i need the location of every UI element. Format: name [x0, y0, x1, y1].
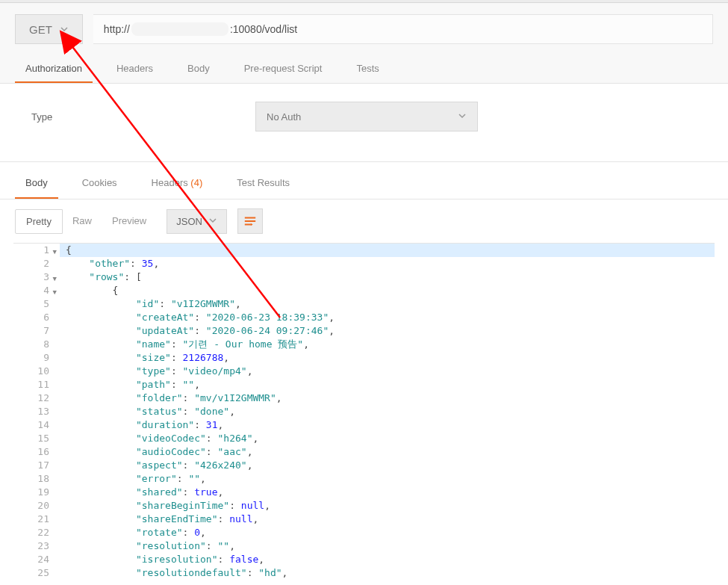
chevron-down-icon	[208, 216, 217, 227]
url-redacted	[131, 22, 228, 36]
auth-type-dropdown[interactable]: No Auth	[255, 102, 478, 131]
line-number: 7	[13, 324, 49, 338]
line-number: 5	[13, 297, 49, 311]
request-tabs: AuthorizationHeadersBodyPre-request Scri…	[0, 55, 728, 84]
url-text-suffix: :10080/vod/list	[230, 23, 297, 35]
line-number: 20	[13, 499, 49, 513]
code-line[interactable]: "resolutiondefault": "hd",	[60, 566, 715, 580]
chevron-down-icon	[458, 111, 467, 123]
line-number: 2	[13, 257, 49, 270]
tab-tests[interactable]: Tests	[346, 55, 389, 83]
response-body-editor[interactable]: 1▼23▼4▼567891011121314151617181920212223…	[13, 243, 715, 580]
line-number: 13	[13, 405, 49, 418]
code-line[interactable]: {	[60, 284, 715, 297]
line-number: 14	[13, 418, 49, 432]
line-number: 16	[13, 445, 49, 459]
response-tabs: BodyCookiesHeaders (4)Test Results	[0, 168, 728, 199]
line-number: 17	[13, 459, 49, 472]
line-number: 18	[13, 472, 49, 486]
code-line[interactable]: "shareBeginTime": null,	[60, 499, 715, 513]
line-number: 24	[13, 553, 49, 566]
code-line[interactable]: "updateAt": "2020-06-24 09:27:46",	[60, 324, 715, 338]
response-tab-test-results[interactable]: Test Results	[226, 168, 300, 199]
url-input[interactable]: http:// :10080/vod/list	[93, 14, 713, 44]
code-line[interactable]: "duration": 31,	[60, 418, 715, 432]
line-number: 10	[13, 365, 49, 378]
auth-type-label: Type	[31, 111, 255, 123]
tab-headers[interactable]: Headers	[106, 55, 164, 83]
url-text-prefix: http://	[104, 23, 130, 35]
code-line[interactable]: "size": 2126788,	[60, 351, 715, 365]
code-line[interactable]: "other": 35,	[60, 257, 715, 270]
code-line[interactable]: "rows": [	[60, 270, 715, 284]
code-line[interactable]: "folder": "mv/v1I2GMWMR",	[60, 391, 715, 405]
tab-pre-request-script[interactable]: Pre-request Script	[234, 55, 333, 83]
line-number: 4▼	[13, 284, 49, 297]
line-number: 8	[13, 338, 49, 351]
tab-body[interactable]: Body	[177, 55, 220, 83]
response-tab-cookies[interactable]: Cookies	[72, 168, 128, 199]
viewer-mode-preview[interactable]: Preview	[102, 209, 157, 234]
code-line[interactable]: "videoCodec": "h264",	[60, 432, 715, 445]
viewer-mode-raw[interactable]: Raw	[62, 209, 102, 234]
fold-toggle-icon[interactable]: ▼	[53, 272, 57, 285]
viewer-mode-pretty[interactable]: Pretty	[15, 209, 63, 234]
code-line[interactable]: "name": "기련 - Our home 预告",	[60, 338, 715, 351]
wrap-icon	[243, 216, 257, 226]
line-number: 11	[13, 378, 49, 391]
http-method-dropdown[interactable]: GET	[15, 14, 83, 44]
code-line[interactable]: "error": "",	[60, 472, 715, 486]
line-number: 22	[13, 526, 49, 539]
chevron-down-icon	[60, 23, 69, 36]
response-tab-body[interactable]: Body	[15, 168, 58, 199]
line-number: 23	[13, 539, 49, 553]
auth-type-value: No Auth	[267, 111, 301, 123]
line-number: 25	[13, 566, 49, 580]
line-number: 9	[13, 351, 49, 365]
wrap-lines-toggle[interactable]	[237, 208, 263, 234]
code-line[interactable]: {	[60, 244, 715, 257]
code-line[interactable]: "aspect": "426x240",	[60, 459, 715, 472]
line-number: 1▼	[13, 244, 49, 257]
line-number: 15	[13, 432, 49, 445]
code-line[interactable]: "id": "v1I2GMWMR",	[60, 297, 715, 311]
code-line[interactable]: "isresolution": false,	[60, 553, 715, 566]
code-line[interactable]: "status": "done",	[60, 405, 715, 418]
fold-toggle-icon[interactable]: ▼	[53, 245, 57, 259]
code-line[interactable]: "path": "",	[60, 378, 715, 391]
code-line[interactable]: "type": "video/mp4",	[60, 365, 715, 378]
body-viewer-controls: PrettyRawPreview JSON	[0, 199, 728, 243]
code-line[interactable]: "audioCodec": "aac",	[60, 445, 715, 459]
line-number: 6	[13, 311, 49, 324]
line-gutter: 1▼23▼4▼567891011121314151617181920212223…	[13, 244, 60, 580]
auth-section: Type No Auth	[0, 84, 728, 162]
tab-authorization[interactable]: Authorization	[15, 55, 93, 83]
fold-toggle-icon[interactable]: ▼	[53, 285, 57, 299]
line-number: 19	[13, 486, 49, 499]
response-tab-headers[interactable]: Headers (4)	[141, 168, 214, 199]
code-line[interactable]: "shared": true,	[60, 486, 715, 499]
response-body-code[interactable]: { "other": 35, "rows": [ { "id": "v1I2GM…	[60, 244, 715, 580]
code-line[interactable]: "resolution": "",	[60, 539, 715, 553]
line-number: 3▼	[13, 270, 49, 284]
http-method-label: GET	[29, 23, 52, 36]
line-number: 12	[13, 391, 49, 405]
line-number: 21	[13, 513, 49, 526]
request-row: GET http:// :10080/vod/list	[0, 3, 728, 55]
code-line[interactable]: "createAt": "2020-06-23 18:39:33",	[60, 311, 715, 324]
body-format-dropdown[interactable]: JSON	[167, 209, 227, 234]
body-format-label: JSON	[176, 216, 202, 227]
code-line[interactable]: "shareEndTime": null,	[60, 513, 715, 526]
code-line[interactable]: "rotate": 0,	[60, 526, 715, 539]
